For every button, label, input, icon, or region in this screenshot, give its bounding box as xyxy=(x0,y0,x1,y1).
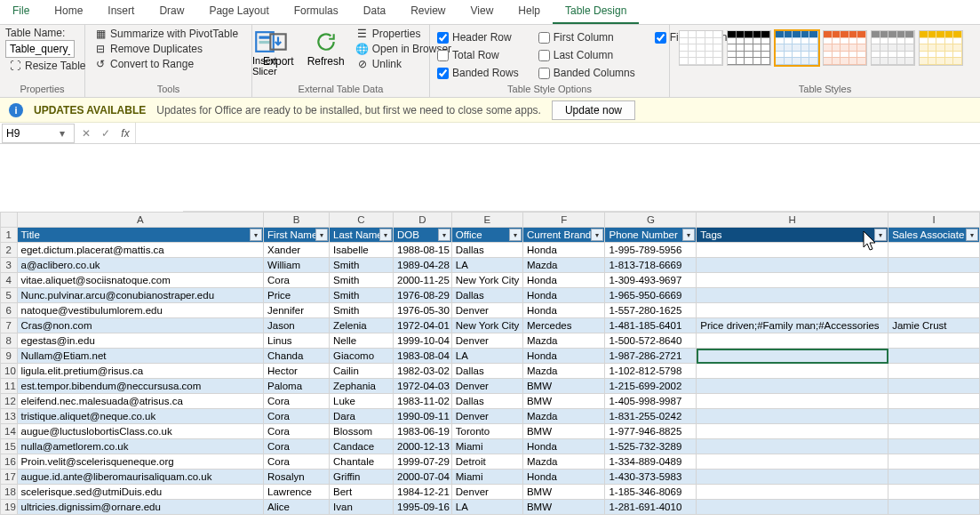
row-header[interactable]: 4 xyxy=(1,273,18,288)
cell[interactable]: Cora xyxy=(264,394,330,409)
cell[interactable]: Denver xyxy=(451,303,522,318)
cell[interactable]: Mazda xyxy=(522,409,605,424)
cell[interactable]: BMW xyxy=(522,500,605,515)
cell[interactable]: 1982-03-02 xyxy=(394,364,452,379)
cell[interactable] xyxy=(888,439,980,454)
banded-rows-check[interactable]: Banded Rows xyxy=(435,66,521,80)
col-header[interactable]: F xyxy=(522,213,605,228)
cell[interactable] xyxy=(697,258,888,273)
cell[interactable]: 1983-06-19 xyxy=(394,424,452,439)
row-header[interactable]: 13 xyxy=(1,409,18,424)
cell[interactable]: Honda xyxy=(522,349,605,364)
table-header-cell[interactable]: Sales Associate▾ xyxy=(888,228,980,243)
cell[interactable]: Alice xyxy=(264,500,330,515)
cell[interactable]: Mercedes xyxy=(522,318,605,333)
cell[interactable]: nulla@ametlorem.co.uk xyxy=(17,439,264,454)
cell[interactable] xyxy=(888,424,980,439)
cell[interactable] xyxy=(697,364,888,379)
cell[interactable] xyxy=(888,303,980,318)
first-col-check[interactable]: First Column xyxy=(537,30,637,44)
cell[interactable]: Mazda xyxy=(522,364,605,379)
cell[interactable]: Cora xyxy=(264,439,330,454)
cell[interactable]: Dallas xyxy=(451,364,522,379)
cell[interactable]: Nullam@Etiam.net xyxy=(17,349,264,364)
name-box-input[interactable] xyxy=(3,127,56,140)
cell[interactable]: BMW xyxy=(522,394,605,409)
row-header[interactable]: 16 xyxy=(1,454,18,470)
cell[interactable]: Detroit xyxy=(451,454,522,470)
cell[interactable]: 1983-08-04 xyxy=(394,349,452,364)
cell[interactable]: 1-102-812-5798 xyxy=(605,364,697,379)
fx-icon[interactable]: fx xyxy=(116,127,135,140)
row-header[interactable]: 19 xyxy=(1,500,18,515)
row-header[interactable]: 18 xyxy=(1,485,18,500)
cell[interactable]: 1-430-373-5983 xyxy=(605,470,697,485)
table-header-cell[interactable]: Title▾ xyxy=(17,228,264,243)
cell[interactable]: Paloma xyxy=(264,379,330,394)
cell[interactable]: Cora xyxy=(264,424,330,439)
tab-view[interactable]: View xyxy=(458,0,506,24)
cell[interactable]: LA xyxy=(451,258,522,273)
cell[interactable]: 1-831-255-0242 xyxy=(605,409,697,424)
name-box-dropdown-icon[interactable]: ▾ xyxy=(56,127,68,140)
enter-icon[interactable]: ✓ xyxy=(96,127,116,140)
cell[interactable]: Price xyxy=(264,288,330,303)
table-header-cell[interactable]: Tags▾ xyxy=(697,228,888,243)
cell[interactable]: Denver xyxy=(451,333,522,349)
table-header-cell[interactable]: Office▾ xyxy=(451,228,522,243)
cell[interactable]: 1-965-950-6669 xyxy=(605,288,697,303)
convert-range-button[interactable]: ↺Convert to Range xyxy=(91,57,242,71)
cell[interactable]: Zephania xyxy=(330,379,394,394)
cell[interactable]: eget.dictum.placerat@mattis.ca xyxy=(17,243,264,258)
col-header[interactable]: C xyxy=(330,213,394,228)
tab-insert[interactable]: Insert xyxy=(95,0,147,24)
table-header-cell[interactable]: First Name▾ xyxy=(264,228,330,243)
cell[interactable]: Blossom xyxy=(330,424,394,439)
filter-dropdown-icon[interactable]: ▾ xyxy=(509,229,522,241)
last-col-check[interactable]: Last Column xyxy=(537,48,637,62)
cell[interactable]: 1-977-946-8825 xyxy=(605,424,697,439)
tab-table-design[interactable]: Table Design xyxy=(553,0,639,24)
row-header[interactable]: 14 xyxy=(1,424,18,439)
update-now-button[interactable]: Update now xyxy=(552,100,635,120)
style-swatch[interactable] xyxy=(679,30,723,66)
cell[interactable] xyxy=(697,303,888,318)
cell[interactable]: Dallas xyxy=(451,288,522,303)
cell[interactable]: Smith xyxy=(330,288,394,303)
cell[interactable]: Honda xyxy=(522,288,605,303)
cell[interactable]: 1-185-346-8069 xyxy=(605,485,697,500)
cell[interactable]: Cailin xyxy=(330,364,394,379)
cell[interactable]: natoque@vestibulumlorem.edu xyxy=(17,303,264,318)
cell[interactable]: Isabelle xyxy=(330,243,394,258)
row-header[interactable]: 12 xyxy=(1,394,18,409)
cell[interactable]: Hector xyxy=(264,364,330,379)
cell[interactable]: New York City xyxy=(451,273,522,288)
cell[interactable]: Dara xyxy=(330,409,394,424)
cell[interactable]: 1999-10-04 xyxy=(394,333,452,349)
col-header[interactable]: D xyxy=(394,213,452,228)
cell[interactable]: Smith xyxy=(330,258,394,273)
row-header[interactable]: 17 xyxy=(1,470,18,485)
tab-review[interactable]: Review xyxy=(398,0,458,24)
style-swatch[interactable] xyxy=(727,30,771,66)
col-header[interactable]: A xyxy=(17,213,264,228)
cell[interactable]: 1984-12-21 xyxy=(394,485,452,500)
cell[interactable]: Bert xyxy=(330,485,394,500)
cell[interactable]: Smith xyxy=(330,273,394,288)
cell[interactable]: 1-557-280-1625 xyxy=(605,303,697,318)
cell[interactable] xyxy=(697,470,888,485)
filter-dropdown-icon[interactable]: ▾ xyxy=(874,229,887,241)
filter-dropdown-icon[interactable]: ▾ xyxy=(315,229,328,241)
table-header-cell[interactable]: Phone Number▾ xyxy=(605,228,697,243)
cell[interactable] xyxy=(697,424,888,439)
cell[interactable]: 1995-09-16 xyxy=(394,500,452,515)
cell[interactable]: New York City xyxy=(451,318,522,333)
cell[interactable] xyxy=(888,288,980,303)
tab-data[interactable]: Data xyxy=(351,0,398,24)
cell[interactable]: 1-995-789-5956 xyxy=(605,243,697,258)
cell[interactable] xyxy=(697,349,888,364)
cell[interactable]: Cora xyxy=(264,273,330,288)
col-header[interactable]: E xyxy=(451,213,522,228)
cell[interactable]: ligula.elit.pretium@risus.ca xyxy=(17,364,264,379)
cell[interactable]: Chanda xyxy=(264,349,330,364)
